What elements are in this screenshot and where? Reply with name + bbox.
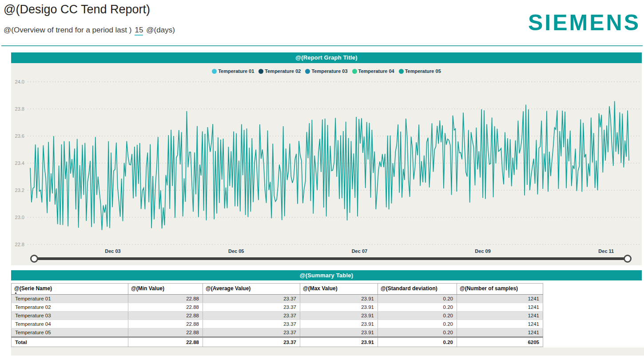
average-value-cell: 23.37 <box>203 320 300 328</box>
min-value-cell: 22.88 <box>128 328 203 337</box>
legend-dot-icon <box>212 69 217 74</box>
legend-dot-icon <box>399 69 404 74</box>
trend-report-page: @(Desigo CC Tend Report) @(Overview of t… <box>0 0 644 360</box>
legend-item[interactable]: Temperature 04 <box>352 68 394 74</box>
header-divider <box>1 45 643 46</box>
table-row: Temperature 05 22.88 23.37 23.91 0.20 12… <box>12 328 543 337</box>
x-tick-label: Dec 05 <box>228 248 244 254</box>
standard-deviation-cell: 0.20 <box>378 303 457 312</box>
serie-name-cell: Temperature 03 <box>12 312 128 320</box>
legend-item[interactable]: Temperature 05 <box>399 68 441 74</box>
siemens-logo: SIEMENS <box>528 10 640 36</box>
x-tick-label: Dec 09 <box>475 248 490 254</box>
time-slider-handle-right[interactable] <box>624 255 632 263</box>
legend-label: Temperature 03 <box>311 68 347 74</box>
max-value-cell: 23.91 <box>300 295 378 303</box>
samples-cell: 1241 <box>457 312 543 320</box>
period-days-value[interactable]: 15 <box>135 26 143 36</box>
x-tick-label: Dec 11 <box>598 248 614 254</box>
graph-panel-title: @(Report Graph Title) <box>11 52 642 63</box>
x-tick-label: Dec 07 <box>352 248 367 254</box>
summary-panel-title: @(Summary Table) <box>11 270 642 280</box>
page-title: @(Desigo CC Tend Report) <box>4 3 150 16</box>
max-value-cell: 23.91 <box>300 328 378 337</box>
summary-panel: @(Summary Table) @(Serie Name) ▲ @(Min V… <box>11 270 642 347</box>
legend-dot-icon <box>258 69 263 74</box>
legend-dot-icon <box>305 69 310 74</box>
table-row: Temperature 01 22.88 23.37 23.91 0.20 12… <box>12 295 543 303</box>
legend-label: Temperature 04 <box>358 68 394 74</box>
table-row: Temperature 02 22.88 23.37 23.91 0.20 12… <box>12 303 543 312</box>
total-label-cell: Total <box>12 337 128 347</box>
graph-panel: @(Report Graph Title) Temperature 01Temp… <box>11 52 642 265</box>
min-value-cell: 22.88 <box>128 303 203 312</box>
max-value-cell: 23.91 <box>300 303 378 312</box>
samples-cell: 1241 <box>457 295 543 303</box>
legend-label: Temperature 01 <box>218 68 254 74</box>
average-value-cell: 23.37 <box>203 295 300 303</box>
trend-line <box>30 101 629 230</box>
y-tick-label: 23.4 <box>15 160 24 166</box>
y-tick-label: 23.8 <box>15 106 24 112</box>
report-subtitle: @(Overview of trend for a period last )1… <box>4 26 175 35</box>
time-slider-handle-left[interactable] <box>30 255 38 263</box>
samples-cell: 1241 <box>457 303 543 312</box>
column-header-min-value[interactable]: @(Min Value) <box>128 284 203 295</box>
subtitle-prefix: @(Overview of trend for a period last ) <box>4 26 131 34</box>
sort-ascending-icon: ▲ <box>14 292 17 294</box>
standard-deviation-cell: 0.20 <box>378 312 457 320</box>
column-header-standard-deviation[interactable]: @(Standard deviation) <box>378 284 457 295</box>
legend-dot-icon <box>352 69 357 74</box>
standard-deviation-cell: 0.20 <box>378 320 457 328</box>
serie-name-cell: Temperature 02 <box>12 303 128 312</box>
serie-name-cell: Temperature 04 <box>12 320 128 328</box>
column-header-number-of-samples[interactable]: @(Number of samples) <box>457 284 543 295</box>
y-tick-label: 23.0 <box>15 215 24 220</box>
total-max-cell: 23.91 <box>300 337 378 347</box>
max-value-cell: 23.91 <box>300 320 378 328</box>
y-tick-label: 23.2 <box>15 188 24 193</box>
time-slider-track[interactable] <box>34 257 628 260</box>
total-min-cell: 22.88 <box>128 337 203 347</box>
average-value-cell: 23.37 <box>203 328 300 337</box>
y-tick-label: 24.0 <box>15 79 24 84</box>
column-header-label: @(Serie Name) <box>14 285 52 292</box>
subtitle-suffix: @(days) <box>146 26 175 34</box>
min-value-cell: 22.88 <box>128 312 203 320</box>
samples-cell: 1241 <box>457 320 543 328</box>
summary-table: @(Serie Name) ▲ @(Min Value) @(Average V… <box>11 283 543 347</box>
legend-label: Temperature 02 <box>265 68 301 74</box>
y-tick-label: 23.6 <box>15 133 24 139</box>
chart-area: Temperature 01Temperature 02Temperature … <box>11 63 642 265</box>
trend-chart[interactable]: 24.023.823.623.423.223.022.8Dec 03Dec 05… <box>11 63 642 265</box>
total-samples-cell: 6205 <box>457 337 543 347</box>
legend-item[interactable]: Temperature 02 <box>258 68 301 74</box>
column-header-average-value[interactable]: @(Average Value) <box>203 284 300 295</box>
table-header-row: @(Serie Name) ▲ @(Min Value) @(Average V… <box>12 284 543 295</box>
total-average-cell: 23.37 <box>203 337 300 347</box>
total-standard-deviation-cell: 0.20 <box>378 337 457 347</box>
serie-name-cell: Temperature 01 <box>12 295 128 303</box>
min-value-cell: 22.88 <box>128 295 203 303</box>
y-tick-label: 22.8 <box>15 242 24 247</box>
column-header-max-value[interactable]: @(Max Value) <box>300 284 378 295</box>
legend-item[interactable]: Temperature 03 <box>305 68 347 74</box>
x-tick-label: Dec 03 <box>105 248 120 254</box>
serie-name-cell: Temperature 05 <box>12 328 128 337</box>
table-row: Temperature 03 22.88 23.37 23.91 0.20 12… <box>12 312 543 320</box>
standard-deviation-cell: 0.20 <box>378 328 457 337</box>
average-value-cell: 23.37 <box>203 312 300 320</box>
standard-deviation-cell: 0.20 <box>378 295 457 303</box>
column-header-serie-name[interactable]: @(Serie Name) ▲ <box>12 284 128 295</box>
chart-legend: Temperature 01Temperature 02Temperature … <box>11 68 642 74</box>
legend-label: Temperature 05 <box>405 68 441 74</box>
samples-cell: 1241 <box>457 328 543 337</box>
legend-item[interactable]: Temperature 01 <box>212 68 254 74</box>
footer-strip <box>11 348 644 356</box>
min-value-cell: 22.88 <box>128 320 203 328</box>
max-value-cell: 23.91 <box>300 312 378 320</box>
table-row: Temperature 04 22.88 23.37 23.91 0.20 12… <box>12 320 543 328</box>
average-value-cell: 23.37 <box>203 303 300 312</box>
table-total-row: Total 22.88 23.37 23.91 0.20 6205 <box>12 337 543 347</box>
